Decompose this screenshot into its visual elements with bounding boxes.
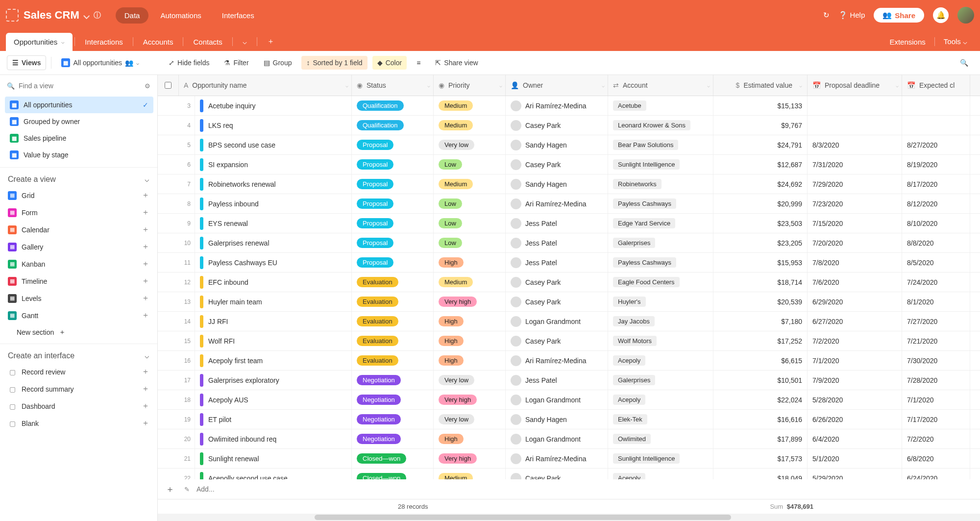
cell-value[interactable]: $17,573	[713, 449, 808, 468]
cell-value[interactable]: $10,501	[713, 371, 808, 390]
chevron-down-icon[interactable]: ⌵	[61, 39, 65, 45]
cell-value[interactable]: $18,714	[713, 273, 808, 292]
create-form-view[interactable]: ▦Form＋	[0, 204, 157, 221]
table-row[interactable]: 19ET pilotNegotiationVery lowSandy Hagen…	[158, 410, 980, 429]
cell-name[interactable]: Acetube inquiry	[195, 96, 352, 115]
cell-status[interactable]: Proposal	[352, 155, 434, 174]
cell-status[interactable]: Evaluation	[352, 351, 434, 370]
cell-priority[interactable]: Medium	[434, 96, 506, 115]
cell-name[interactable]: Acepoly AUS	[195, 390, 352, 409]
cell-deadline[interactable]: 7/6/2020	[808, 273, 902, 292]
cell-name[interactable]: BPS second use case	[195, 135, 352, 154]
cell-priority[interactable]: High	[434, 253, 506, 272]
cell-owner[interactable]: Casey Park	[506, 331, 608, 350]
row-height-button[interactable]: ≡	[412, 56, 425, 70]
cell-name[interactable]: Wolf RFI	[195, 331, 352, 350]
cell-priority[interactable]: Low	[434, 155, 506, 174]
select-all[interactable]	[158, 75, 179, 96]
cell-owner[interactable]: Logan Grandmont	[506, 429, 608, 448]
cell-owner[interactable]: Ari Ramírez-Medina	[506, 96, 608, 115]
cell-name[interactable]: Payless Cashways EU	[195, 253, 352, 272]
cell-close[interactable]: 7/24/2020	[902, 273, 970, 292]
cell-deadline[interactable]: 7/29/2020	[808, 174, 902, 194]
cell-value[interactable]: $18,049	[713, 469, 808, 479]
cell-account[interactable]: Acepoly	[608, 351, 713, 370]
cell-priority[interactable]: High	[434, 351, 506, 370]
cell-account[interactable]: Leonard Krower & Sons	[608, 116, 713, 135]
cell-priority[interactable]: Very high	[434, 449, 506, 468]
cell-account[interactable]: Acetube	[608, 96, 713, 115]
cell-deadline[interactable]: 7/1/2020	[808, 351, 902, 370]
cell-status[interactable]: Evaluation	[352, 292, 434, 311]
cell-owner[interactable]: Sandy Hagen	[506, 174, 608, 194]
cell-owner[interactable]: Ari Ramírez-Medina	[506, 351, 608, 370]
cell-value[interactable]: $9,767	[713, 116, 808, 135]
cell-status[interactable]: Qualification	[352, 96, 434, 115]
cell-name[interactable]: SI expansion	[195, 155, 352, 174]
help-link[interactable]: ❔ Help	[838, 11, 865, 20]
filter-button[interactable]: ⚗ Filter	[219, 56, 253, 70]
table-row[interactable]: 13Huyler main teamEvaluationVery highCas…	[158, 292, 980, 312]
cell-owner[interactable]: Jess Patel	[506, 253, 608, 272]
table-row[interactable]: 17Galerprises exploratoryNegotiationVery…	[158, 371, 980, 390]
add-row[interactable]: ＋ ✎	[158, 479, 980, 499]
cell-deadline[interactable]: 7/31/2020	[808, 155, 902, 174]
table-tab-opportunities[interactable]: Opportunities ⌵	[6, 33, 73, 51]
cell-priority[interactable]: Very low	[434, 135, 506, 154]
cell-account[interactable]: Sunlight Intelligence	[608, 449, 713, 468]
cell-account[interactable]: Galerprises	[608, 371, 713, 390]
cell-name[interactable]: Huyler main team	[195, 292, 352, 311]
cell-owner[interactable]: Sandy Hagen	[506, 135, 608, 154]
cell-deadline[interactable]: 7/15/2020	[808, 214, 902, 233]
sort-button[interactable]: ↕ Sorted by 1 field	[301, 56, 367, 70]
cell-name[interactable]: Robinetworks renewal	[195, 174, 352, 194]
cell-deadline[interactable]: 7/2/2020	[808, 331, 902, 350]
cell-close[interactable]	[902, 96, 970, 115]
cell-owner[interactable]: Casey Park	[506, 469, 608, 479]
cell-name[interactable]: JJ RFI	[195, 312, 352, 331]
tab-data[interactable]: Data	[116, 7, 149, 24]
col-owner[interactable]: 👤Owner⌵	[506, 75, 608, 96]
table-row[interactable]: 22Acepolly second use caseClosed—wonMedi…	[158, 469, 980, 479]
tab-interfaces[interactable]: Interfaces	[213, 7, 263, 24]
cell-account[interactable]: Owlimited	[608, 429, 713, 448]
sidebar-view-grouped-by-owner[interactable]: ▦Grouped by owner	[5, 113, 153, 130]
create-interface-blank[interactable]: ▢Blank＋	[0, 415, 157, 432]
cell-deadline[interactable]: 5/29/2020	[808, 469, 902, 479]
cell-name[interactable]: Payless inbound	[195, 194, 352, 213]
cell-name[interactable]: Sunlight renewal	[195, 449, 352, 468]
cell-close[interactable]: 7/21/2020	[902, 331, 970, 350]
cell-deadline[interactable]: 5/28/2020	[808, 390, 902, 409]
table-row[interactable]: 5BPS second use caseProposalVery lowSand…	[158, 135, 980, 155]
gear-icon[interactable]: ⚙	[145, 82, 150, 90]
create-interface-header[interactable]: Create an interface⌵	[0, 344, 157, 363]
cell-value[interactable]: $22,024	[713, 390, 808, 409]
cell-name[interactable]: Acepolly second use case	[195, 469, 352, 479]
cell-close[interactable]: 8/19/2020	[902, 155, 970, 174]
cell-account[interactable]: Acepoly	[608, 469, 713, 479]
sidebar-view-all-opportunities[interactable]: ▦All opportunities✓	[5, 97, 153, 113]
cell-deadline[interactable]	[808, 116, 902, 135]
cell-name[interactable]: LKS req	[195, 116, 352, 135]
cell-priority[interactable]: High	[434, 312, 506, 331]
col-expected-close[interactable]: 📅Expected cl	[902, 75, 970, 96]
chevron-down-icon[interactable]: ⌵	[136, 60, 139, 66]
cell-value[interactable]: $23,503	[713, 214, 808, 233]
cell-close[interactable]: 8/8/2020	[902, 233, 970, 252]
base-icon[interactable]	[6, 9, 19, 22]
cell-deadline[interactable]: 6/4/2020	[808, 429, 902, 448]
cell-value[interactable]: $24,692	[713, 174, 808, 194]
cell-owner[interactable]: Sandy Hagen	[506, 410, 608, 429]
cell-close[interactable]: 8/5/2020	[902, 253, 970, 272]
cell-value[interactable]: $6,615	[713, 351, 808, 370]
cell-priority[interactable]: Medium	[434, 469, 506, 479]
cell-status[interactable]: Proposal	[352, 194, 434, 213]
cell-account[interactable]: Eagle Food Centers	[608, 273, 713, 292]
table-row[interactable]: 16Acepoly first teamEvaluationHighAri Ra…	[158, 351, 980, 371]
cell-deadline[interactable]: 6/26/2020	[808, 410, 902, 429]
cell-account[interactable]: Sunlight Intelligence	[608, 155, 713, 174]
history-icon[interactable]: ↻	[823, 11, 830, 20]
cell-priority[interactable]: Low	[434, 233, 506, 252]
cell-account[interactable]: Payless Cashways	[608, 194, 713, 213]
cell-status[interactable]: Evaluation	[352, 273, 434, 292]
